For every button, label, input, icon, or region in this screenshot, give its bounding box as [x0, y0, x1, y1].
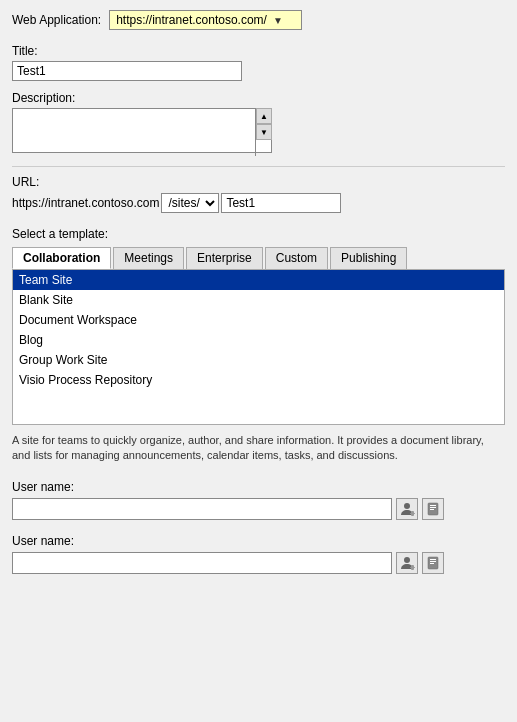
dropdown-arrow-icon: ▼	[273, 15, 283, 26]
username2-book-icon[interactable]	[422, 552, 444, 574]
url-base-text: https://intranet.contoso.com	[12, 196, 159, 210]
svg-rect-5	[430, 507, 436, 508]
svg-rect-13	[430, 563, 434, 564]
svg-rect-2	[410, 513, 415, 514]
svg-rect-4	[430, 505, 436, 506]
list-item[interactable]: Blog	[13, 330, 504, 350]
web-application-label: Web Application:	[12, 13, 101, 27]
title-label: Title:	[12, 44, 505, 58]
username1-label: User name:	[12, 480, 505, 494]
list-item[interactable]: Document Workspace	[13, 310, 504, 330]
svg-point-0	[404, 503, 410, 509]
description-field-block: Description: ▲ ▼	[12, 91, 505, 156]
url-row: https://intranet.contoso.com /sites/	[12, 193, 505, 213]
tab-meetings[interactable]: Meetings	[113, 247, 184, 269]
tab-enterprise[interactable]: Enterprise	[186, 247, 263, 269]
list-item[interactable]: Blank Site	[13, 290, 504, 310]
template-tabs-bar: Collaboration Meetings Enterprise Custom…	[12, 247, 505, 270]
username2-section: User name:	[12, 534, 505, 574]
username1-person-icon[interactable]	[396, 498, 418, 520]
title-input[interactable]	[12, 61, 242, 81]
url-name-input[interactable]	[221, 193, 341, 213]
username1-book-icon[interactable]	[422, 498, 444, 520]
username2-label: User name:	[12, 534, 505, 548]
svg-rect-11	[430, 559, 436, 560]
scroll-up-btn[interactable]: ▲	[256, 108, 272, 124]
username2-person-icon[interactable]	[396, 552, 418, 574]
description-scrollbar: ▲ ▼	[255, 108, 272, 156]
web-application-value: https://intranet.contoso.com/	[116, 13, 267, 27]
tab-collaboration[interactable]: Collaboration	[12, 247, 111, 269]
url-label: URL:	[12, 175, 505, 189]
username2-input[interactable]	[12, 552, 392, 574]
web-application-row: Web Application: https://intranet.contos…	[12, 10, 505, 30]
username2-row	[12, 552, 505, 574]
scroll-down-btn[interactable]: ▼	[256, 124, 272, 140]
list-item[interactable]: Visio Process Repository	[13, 370, 504, 390]
list-item[interactable]: Team Site	[13, 270, 504, 290]
tab-custom[interactable]: Custom	[265, 247, 328, 269]
template-list: Team Site Blank Site Document Workspace …	[12, 270, 505, 425]
username1-section: User name:	[12, 480, 505, 520]
svg-rect-12	[430, 561, 436, 562]
title-field-block: Title:	[12, 44, 505, 81]
template-description: A site for teams to quickly organize, au…	[12, 431, 505, 466]
page-container: Web Application: https://intranet.contos…	[0, 0, 517, 598]
svg-point-7	[404, 557, 410, 563]
template-section-label: Select a template:	[12, 227, 505, 241]
url-path-select[interactable]: /sites/	[161, 193, 219, 213]
description-textarea[interactable]	[12, 108, 272, 153]
separator	[12, 166, 505, 167]
tab-publishing[interactable]: Publishing	[330, 247, 407, 269]
svg-rect-6	[430, 509, 434, 510]
svg-rect-9	[410, 567, 415, 568]
username1-row	[12, 498, 505, 520]
description-label: Description:	[12, 91, 505, 105]
template-section: Select a template: Collaboration Meeting…	[12, 227, 505, 466]
web-application-dropdown[interactable]: https://intranet.contoso.com/ ▼	[109, 10, 302, 30]
url-field-block: URL: https://intranet.contoso.com /sites…	[12, 175, 505, 213]
description-wrapper: ▲ ▼	[12, 108, 272, 156]
list-item[interactable]: Group Work Site	[13, 350, 504, 370]
username1-input[interactable]	[12, 498, 392, 520]
